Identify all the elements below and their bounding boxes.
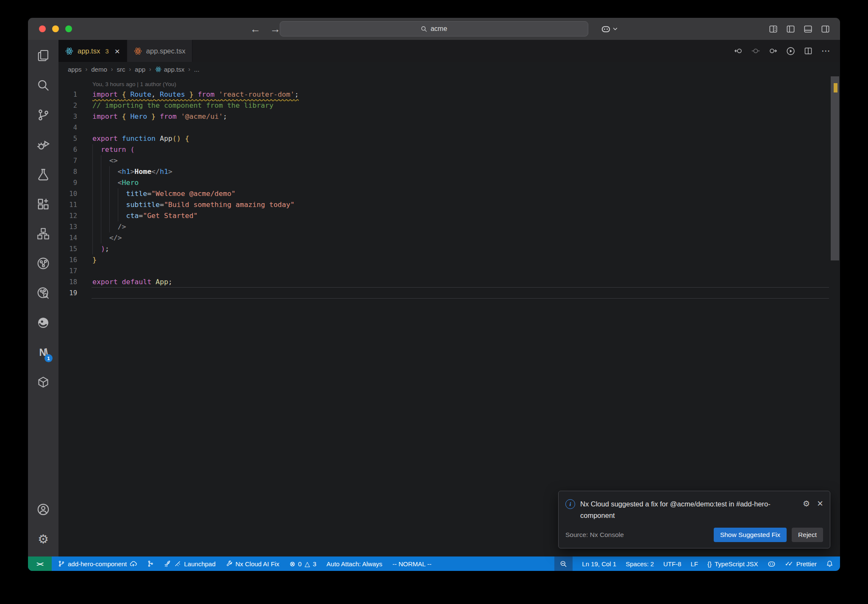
code-text[interactable]: /> [92, 221, 126, 232]
source-control-icon[interactable] [28, 100, 58, 130]
breadcrumb-apps[interactable]: apps [68, 66, 82, 73]
code-text[interactable]: export function App() { [92, 133, 189, 144]
notification-close-icon[interactable]: × [817, 498, 823, 509]
code-text[interactable]: import { Hero } from '@acme/ui'; [92, 111, 227, 122]
launchpad-item[interactable]: Launchpad [164, 560, 215, 568]
search-icon[interactable] [28, 70, 58, 100]
nx-console-icon[interactable]: N\ 1 [28, 338, 58, 367]
breadcrumb-file[interactable]: app.tsx [155, 66, 184, 73]
reject-button[interactable]: Reject [792, 528, 823, 542]
vertical-scrollbar[interactable] [831, 76, 839, 260]
nx-project-details-icon[interactable] [28, 278, 58, 308]
line-number[interactable]: 11 [58, 199, 77, 210]
settings-gear-icon[interactable]: ⚙ [28, 524, 58, 554]
auto-attach-item[interactable]: Auto Attach: Always [326, 560, 382, 568]
breadcrumb-app[interactable]: app [135, 66, 145, 73]
split-editor-icon[interactable] [804, 47, 812, 55]
encoding-item[interactable]: UTF-8 [663, 560, 682, 568]
code-text[interactable]: return ( [92, 144, 134, 155]
show-suggested-fix-button[interactable]: Show Suggested Fix [714, 528, 787, 542]
code-line[interactable]: 18export default App; [58, 277, 840, 288]
code-text[interactable]: title="Welcmoe @acme/demo" [92, 188, 236, 199]
code-line[interactable]: 2// importing the component from the lib… [58, 100, 840, 111]
toggle-secondary-sidebar-icon[interactable] [821, 25, 830, 34]
code-line[interactable]: 4 [58, 122, 840, 133]
code-line[interactable]: 19 [58, 288, 840, 299]
code-line[interactable]: 12 cta="Get Started" [58, 210, 840, 221]
language-mode-item[interactable]: {} TypeScript JSX [707, 560, 758, 568]
package-explorer-icon[interactable] [28, 367, 58, 397]
run-and-debug-icon[interactable] [28, 130, 58, 159]
code-text[interactable]: ); [92, 243, 109, 254]
code-line[interactable]: 6 return ( [58, 144, 840, 155]
maximize-window-button[interactable] [65, 25, 72, 32]
code-line[interactable]: 5export function App() { [58, 133, 840, 144]
code-line[interactable]: 10 title="Welcmoe @acme/demo" [58, 188, 840, 199]
line-number[interactable]: 7 [58, 155, 77, 166]
code-line[interactable]: 9 <Hero [58, 177, 840, 188]
notifications-bell-item[interactable] [826, 560, 833, 568]
vim-mode-item[interactable]: -- NORMAL -- [392, 560, 431, 568]
line-number[interactable]: 8 [58, 166, 77, 177]
remote-indicator[interactable]: >< [28, 556, 52, 571]
line-number[interactable]: 3 [58, 111, 77, 122]
code-text[interactable]: export default App; [92, 277, 172, 288]
line-number[interactable]: 15 [58, 243, 77, 254]
line-number[interactable]: 14 [58, 232, 77, 243]
nx-project-graph-icon[interactable] [28, 249, 58, 278]
code-text[interactable]: <Hero [92, 177, 139, 188]
code-text[interactable]: import { Route, Routes } from 'react-rou… [92, 89, 299, 100]
cursor-position-item[interactable]: Ln 19, Col 1 [582, 560, 616, 568]
breadcrumb-symbol[interactable]: ... [194, 66, 200, 73]
breadcrumb-demo[interactable]: demo [91, 66, 107, 73]
zoom-indicator[interactable] [554, 556, 573, 571]
minimize-window-button[interactable] [52, 25, 59, 32]
previous-change-icon[interactable] [734, 47, 743, 55]
line-number[interactable]: 19 [58, 288, 77, 299]
edge-browser-icon[interactable] [28, 308, 58, 338]
code-text[interactable]: <> [92, 155, 118, 166]
copilot-status-item[interactable] [768, 560, 776, 568]
line-number[interactable]: 18 [58, 277, 77, 288]
line-number[interactable]: 6 [58, 144, 77, 155]
account-icon[interactable] [28, 495, 58, 524]
git-graph-item[interactable] [147, 560, 154, 567]
eol-item[interactable]: LF [690, 560, 698, 568]
code-line[interactable]: 8 <h1>Home</h1> [58, 166, 840, 177]
code-text[interactable]: cta="Get Started" [92, 210, 198, 221]
notification-settings-icon[interactable]: ⚙ [803, 499, 810, 509]
current-change-icon[interactable] [751, 47, 760, 55]
line-number[interactable]: 2 [58, 100, 77, 111]
code-text[interactable]: } [92, 254, 97, 266]
more-actions-icon[interactable]: ⋯ [821, 46, 831, 56]
line-number[interactable]: 13 [58, 221, 77, 232]
indentation-item[interactable]: Spaces: 2 [626, 560, 654, 568]
code-line[interactable]: 1import { Route, Routes } from 'react-ro… [58, 89, 840, 100]
formatter-item[interactable]: ✓✓ Prettier [785, 560, 817, 568]
code-line[interactable]: 15 ); [58, 243, 840, 254]
code-line[interactable]: 7 <> [58, 155, 840, 166]
code-line[interactable]: 11 subtitle="Build something amazing tod… [58, 199, 840, 210]
close-window-button[interactable] [39, 25, 46, 32]
breadcrumb-src[interactable]: src [117, 66, 125, 73]
customize-layout-icon[interactable] [769, 25, 778, 34]
run-file-icon[interactable] [786, 47, 795, 56]
code-text[interactable]: </> [92, 232, 122, 243]
line-number[interactable]: 4 [58, 122, 77, 133]
line-number[interactable]: 5 [58, 133, 77, 144]
git-branch-item[interactable]: add-hero-component [58, 560, 137, 568]
references-icon[interactable] [28, 219, 58, 249]
line-number[interactable]: 10 [58, 188, 77, 199]
nx-cloud-ai-fix-item[interactable]: Nx Cloud AI Fix [226, 560, 279, 568]
code-text[interactable]: <h1>Home</h1> [92, 166, 172, 177]
code-editor[interactable]: You, 3 hours ago | 1 author (You) 1impor… [58, 76, 840, 556]
code-line[interactable]: 3import { Hero } from '@acme/ui'; [58, 111, 840, 122]
problems-item[interactable]: ⊗ 0 △ 3 [289, 560, 316, 568]
close-tab-icon[interactable]: × [115, 47, 120, 56]
copilot-menu[interactable] [601, 18, 618, 40]
code-line[interactable]: 17 [58, 266, 840, 277]
code-line[interactable]: 13 /> [58, 221, 840, 232]
toggle-primary-sidebar-icon[interactable] [786, 25, 795, 34]
forward-arrow-icon[interactable]: → [270, 23, 281, 35]
testing-icon[interactable] [28, 159, 58, 189]
